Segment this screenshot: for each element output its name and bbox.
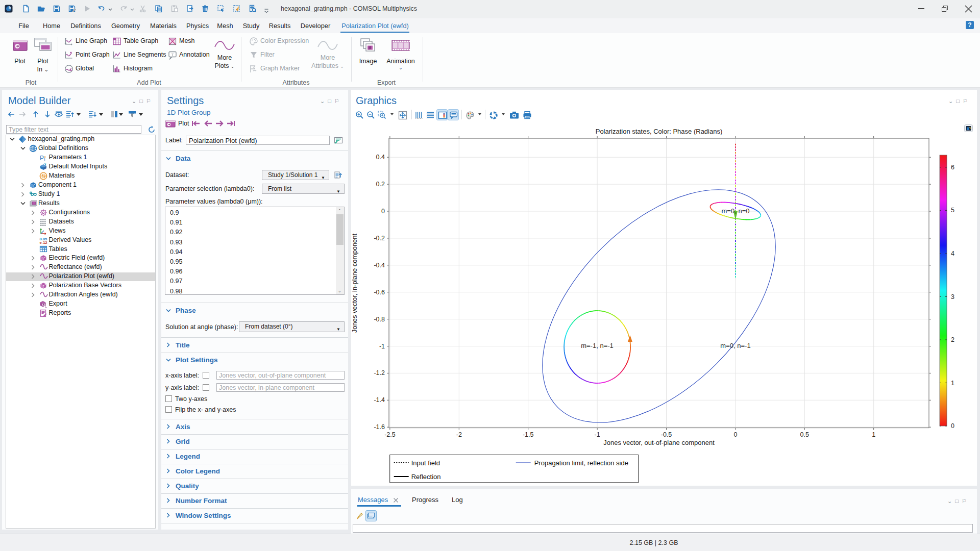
svg-text:-1.4: -1.4: [374, 396, 385, 404]
svg-text:Input field: Input field: [411, 459, 440, 467]
svg-text:0: 0: [733, 431, 737, 438]
svg-text:-1: -1: [595, 431, 600, 438]
svg-text:Jones vector, in-plane compone: Jones vector, in-plane component: [351, 233, 358, 333]
svg-text:-1.5: -1.5: [523, 431, 534, 438]
svg-text:-1: -1: [379, 343, 385, 350]
svg-text:P: P: [40, 155, 44, 162]
svg-text:0: 0: [381, 208, 385, 215]
svg-text:-2: -2: [456, 431, 462, 438]
svg-text:-0.8: -0.8: [374, 316, 385, 323]
svg-text:3: 3: [951, 293, 954, 300]
svg-text:Reflection: Reflection: [411, 473, 441, 481]
svg-text:Propagation limit, reflection: Propagation limit, reflection side: [534, 459, 628, 467]
svg-text:0.5: 0.5: [800, 431, 809, 438]
svg-text:T: T: [172, 53, 174, 57]
svg-text:0.4: 0.4: [376, 154, 385, 161]
svg-text:m=0, n=0: m=0, n=0: [722, 207, 750, 215]
svg-text:m=0, n=-1: m=0, n=-1: [720, 342, 750, 349]
svg-text:-2.5: -2.5: [384, 431, 396, 438]
svg-text:1: 1: [951, 380, 954, 387]
svg-text:e-12: e-12: [40, 240, 47, 244]
svg-text:0.2: 0.2: [376, 181, 385, 188]
svg-text:-0.5: -0.5: [661, 431, 672, 438]
svg-text:-1.6: -1.6: [374, 423, 385, 431]
svg-text:Polarization states, Color: Ph: Polarization states, Color: Phase (Radia…: [596, 128, 723, 135]
svg-text:-1.2: -1.2: [374, 369, 385, 377]
svg-text:-0.2: -0.2: [374, 235, 385, 242]
svg-text:Jones vector, out-of-plane com: Jones vector, out-of-plane component: [603, 439, 715, 446]
svg-text:0: 0: [951, 422, 954, 430]
svg-text:m=-1, n=-1: m=-1, n=-1: [581, 342, 614, 349]
svg-text:-0.6: -0.6: [374, 289, 385, 296]
svg-text:2: 2: [951, 336, 954, 343]
svg-text:6: 6: [951, 164, 954, 171]
svg-text:-0.4: -0.4: [374, 262, 385, 269]
svg-text:4: 4: [951, 250, 954, 257]
svg-text:1: 1: [872, 431, 875, 438]
svg-text:5: 5: [951, 207, 954, 214]
